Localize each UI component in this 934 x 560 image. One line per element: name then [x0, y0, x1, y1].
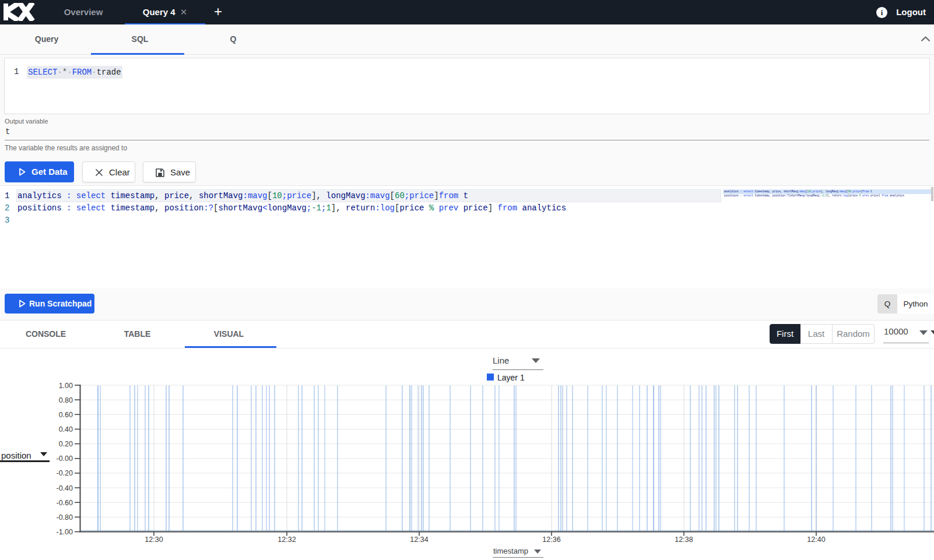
- svg-text:1.00: 1.00: [59, 382, 73, 390]
- svg-text:-0.00: -0.00: [57, 455, 73, 463]
- svg-text:-0.40: -0.40: [57, 484, 73, 492]
- svg-text:12:32: 12:32: [278, 536, 296, 544]
- svg-text:12:38: 12:38: [675, 536, 693, 544]
- svg-text:0.20: 0.20: [59, 440, 73, 448]
- svg-text:-0.80: -0.80: [57, 513, 73, 522]
- svg-text:12:40: 12:40: [807, 536, 825, 544]
- svg-text:-0.20: -0.20: [57, 469, 73, 477]
- svg-text:0.40: 0.40: [59, 425, 73, 434]
- svg-text:-0.60: -0.60: [57, 499, 73, 507]
- svg-text:12:36: 12:36: [542, 536, 560, 544]
- svg-text:0.60: 0.60: [59, 411, 73, 419]
- svg-text:0.80: 0.80: [59, 396, 73, 404]
- svg-text:12:30: 12:30: [145, 536, 163, 544]
- svg-text:12:34: 12:34: [410, 536, 428, 544]
- svg-text:-1.00: -1.00: [57, 528, 73, 536]
